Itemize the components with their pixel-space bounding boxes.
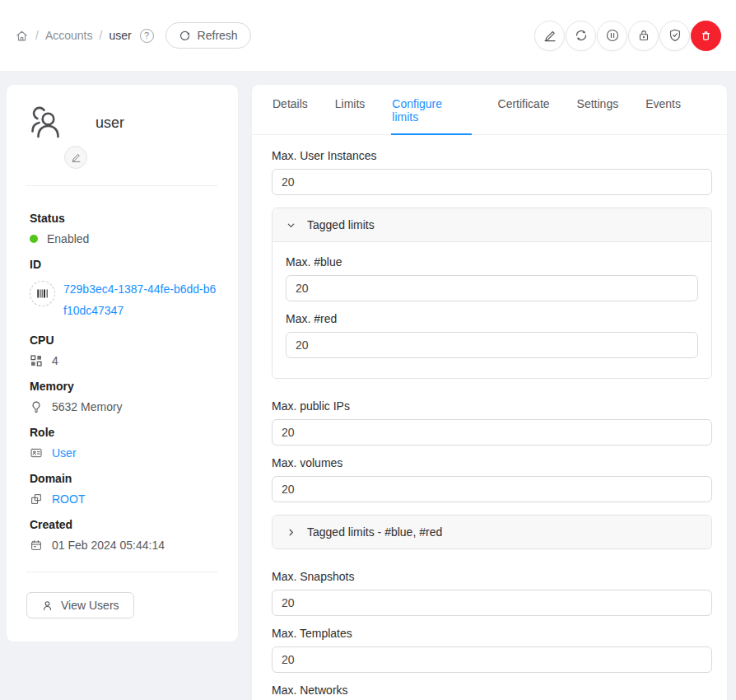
tagged-limits-panel-header[interactable]: Tagged limits bbox=[273, 208, 711, 241]
edit-name-button[interactable] bbox=[64, 146, 87, 169]
user-icon bbox=[41, 600, 54, 612]
pause-circle-icon bbox=[605, 28, 620, 43]
field-max-public-ips: Max. public IPs bbox=[272, 399, 712, 446]
chevron-right-icon bbox=[286, 527, 296, 538]
view-users-label: View Users bbox=[61, 599, 119, 612]
edit-button[interactable] bbox=[534, 21, 565, 51]
lock-button[interactable] bbox=[628, 21, 659, 51]
breadcrumb: / Accounts / user ? bbox=[15, 29, 154, 43]
max-snapshots-input[interactable] bbox=[272, 590, 712, 616]
field-label: Max. Networks bbox=[272, 684, 712, 697]
panel-title: Tagged limits bbox=[307, 218, 375, 231]
status-value: Enabled bbox=[47, 232, 89, 245]
panel-title: Tagged limits - #blue, #red bbox=[307, 525, 442, 539]
breadcrumb-accounts[interactable]: Accounts bbox=[45, 29, 93, 42]
team-icon bbox=[26, 103, 66, 142]
account-detail-card: Details Limits Configure limits Certific… bbox=[252, 85, 727, 700]
profile-block: user bbox=[7, 85, 238, 177]
field-max-blue: Max. #blue bbox=[286, 255, 698, 301]
action-toolbar bbox=[534, 21, 721, 51]
home-icon[interactable] bbox=[15, 29, 29, 43]
field-label: Max. Snapshots bbox=[272, 570, 712, 583]
field-label: Max. User Instances bbox=[272, 149, 712, 162]
field-label: Max. volumes bbox=[272, 456, 712, 469]
cpu-label: CPU bbox=[30, 334, 218, 347]
field-max-red: Max. #red bbox=[286, 312, 698, 358]
max-user-instances-input[interactable] bbox=[272, 169, 712, 195]
tagged-limits-collapsed-panel: Tagged limits - #blue, #red bbox=[272, 515, 712, 549]
domain-label: Domain bbox=[30, 472, 218, 485]
refresh-button[interactable]: Refresh bbox=[165, 22, 251, 49]
appstore-icon bbox=[30, 354, 43, 367]
role-label: Role bbox=[30, 426, 218, 439]
lock-icon bbox=[636, 28, 651, 43]
delete-icon bbox=[699, 29, 713, 43]
field-max-snapshots: Max. Snapshots bbox=[272, 570, 712, 616]
max-templates-input[interactable] bbox=[272, 646, 712, 673]
idcard-icon bbox=[30, 446, 43, 460]
sync-icon bbox=[574, 28, 589, 43]
account-name: user bbox=[95, 114, 124, 132]
max-blue-input[interactable] bbox=[286, 275, 698, 301]
tab-limits[interactable]: Limits bbox=[334, 85, 366, 134]
pencil-icon bbox=[71, 152, 82, 163]
bulb-icon bbox=[30, 400, 43, 413]
tab-configure-limits[interactable]: Configure limits bbox=[391, 85, 471, 134]
created-value: 01 Feb 2024 05:44:14 bbox=[52, 539, 165, 552]
certificate-button[interactable] bbox=[659, 21, 690, 51]
refresh-label: Refresh bbox=[198, 29, 238, 42]
tab-details[interactable]: Details bbox=[272, 85, 309, 134]
main-area: user Status Enabled ID bbox=[0, 71, 736, 700]
refresh-account-button[interactable] bbox=[566, 21, 596, 51]
question-circle-icon[interactable]: ? bbox=[140, 29, 154, 43]
breadcrumb-current: user bbox=[109, 29, 131, 42]
delete-account-button[interactable] bbox=[691, 21, 721, 51]
field-label: Max. public IPs bbox=[272, 399, 712, 413]
edit-icon bbox=[543, 28, 557, 43]
reload-icon bbox=[179, 30, 191, 42]
calendar-icon bbox=[30, 539, 43, 552]
breadcrumb-separator: / bbox=[99, 29, 102, 42]
cpu-value: 4 bbox=[52, 354, 58, 367]
tab-settings[interactable]: Settings bbox=[576, 85, 620, 134]
account-details: Status Enabled ID 729b3ec4-1387-44fe-b6d… bbox=[7, 194, 238, 552]
tagged-limits-panel: Tagged limits Max. #blue Max. #red bbox=[272, 208, 712, 379]
view-users-button[interactable]: View Users bbox=[26, 592, 134, 618]
max-volumes-input[interactable] bbox=[272, 476, 712, 502]
block-icon bbox=[30, 492, 43, 506]
memory-label: Memory bbox=[30, 380, 218, 393]
account-summary-card: user Status Enabled ID bbox=[7, 85, 238, 642]
status-label: Status bbox=[30, 212, 218, 225]
domain-link[interactable]: ROOT bbox=[52, 492, 85, 506]
field-max-volumes: Max. volumes bbox=[272, 456, 712, 502]
safety-certificate-icon bbox=[668, 28, 682, 43]
max-public-ips-input[interactable] bbox=[272, 419, 712, 446]
id-label: ID bbox=[30, 258, 218, 271]
tagged-limits-collapsed-header[interactable]: Tagged limits - #blue, #red bbox=[273, 516, 711, 548]
tagged-limits-panel-body: Max. #blue Max. #red bbox=[273, 241, 711, 378]
disable-account-button[interactable] bbox=[597, 21, 627, 51]
top-header: / Accounts / user ? Refresh bbox=[0, 0, 736, 71]
divider bbox=[26, 572, 218, 572]
field-max-templates: Max. Templates bbox=[272, 627, 712, 673]
field-label: Max. #blue bbox=[286, 255, 698, 268]
chevron-down-icon bbox=[286, 220, 296, 231]
configure-limits-form: Max. User Instances Tagged limits Max. #… bbox=[252, 135, 727, 700]
created-label: Created bbox=[30, 518, 218, 531]
field-max-user-instances: Max. User Instances bbox=[272, 149, 712, 195]
breadcrumb-separator: / bbox=[35, 29, 39, 42]
field-label: Max. Templates bbox=[272, 627, 712, 640]
account-id-link[interactable]: 729b3ec4-1387-44fe-b6dd-b6f10dc47347 bbox=[63, 278, 218, 321]
status-dot-icon bbox=[30, 235, 38, 243]
tab-events[interactable]: Events bbox=[645, 85, 682, 134]
field-max-networks: Max. Networks bbox=[272, 684, 712, 700]
field-label: Max. #red bbox=[286, 312, 698, 325]
memory-value: 5632 Memory bbox=[52, 400, 123, 413]
divider bbox=[26, 185, 218, 186]
tab-bar: Details Limits Configure limits Certific… bbox=[252, 85, 727, 135]
barcode-icon bbox=[30, 281, 55, 306]
tab-certificate[interactable]: Certificate bbox=[497, 85, 551, 134]
role-link[interactable]: User bbox=[52, 446, 77, 460]
max-red-input[interactable] bbox=[286, 332, 698, 358]
